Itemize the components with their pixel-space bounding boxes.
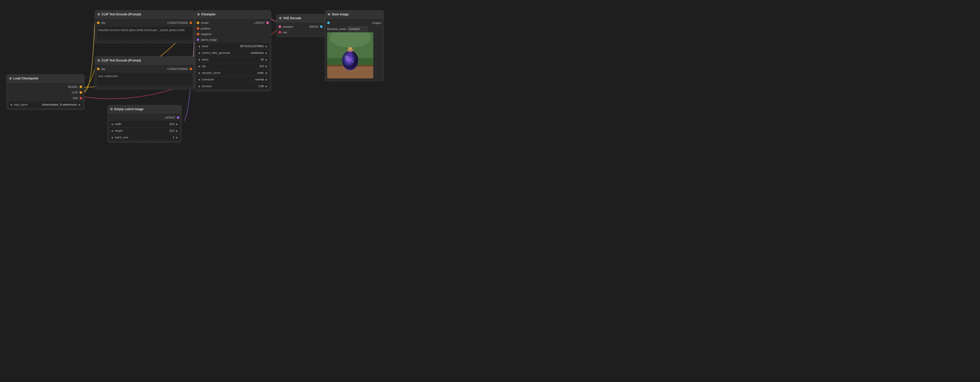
param-denoise-row[interactable]: ◀ denoise 1.00 ▶	[196, 83, 269, 89]
param-seed-arrow-right[interactable]: ▶	[265, 45, 268, 48]
param-width-row[interactable]: ◀ width 512 ▶	[109, 121, 180, 127]
param-ckpt-arrow-right[interactable]: ▶	[78, 103, 81, 106]
output-model-row: MODEL	[6, 84, 84, 90]
ksampler-negative-port[interactable]	[197, 33, 199, 35]
param-seed-row[interactable]: ◀ seed 807415121979962 ▶	[196, 43, 269, 49]
node-dot-save-image	[328, 13, 330, 16]
param-cfg-arrow-right[interactable]: ▶	[265, 65, 268, 68]
param-ckpt-arrow-left[interactable]: ◀	[9, 103, 13, 106]
ksampler-model-port[interactable]	[197, 22, 199, 24]
output-vae-port[interactable]	[80, 97, 82, 99]
param-batch-arrow-left[interactable]: ◀	[110, 136, 114, 139]
output-model-port[interactable]	[80, 86, 82, 88]
node-clip-pos-body: clip CONDITIONING beautiful scenery natu…	[95, 18, 194, 43]
vae-decode-samples-label: samples	[283, 25, 293, 28]
save-image-images-row: images	[325, 20, 383, 26]
param-steps-arrow-right[interactable]: ▶	[265, 58, 268, 61]
output-model-label: MODEL	[68, 85, 78, 88]
ksampler-latent-out-port[interactable]	[266, 22, 269, 24]
output-conditioning-neg-port[interactable]	[189, 68, 192, 70]
param-steps-label: steps	[201, 58, 259, 61]
output-clip-row: CLIP	[6, 90, 84, 95]
input-clip-pos-port[interactable]	[97, 22, 100, 24]
svg-point-19	[348, 47, 352, 49]
output-vae-label: VAE	[73, 97, 78, 100]
param-control-value: randomize	[250, 51, 265, 54]
output-conditioning-pos-port[interactable]	[189, 22, 192, 24]
svg-point-12	[350, 63, 351, 63]
param-denoise-arrow-right[interactable]: ▶	[265, 85, 268, 88]
param-batch-arrow-right[interactable]: ▶	[175, 136, 179, 139]
param-width-arrow-left[interactable]: ◀	[110, 123, 114, 126]
filename-label: filename_prefix	[327, 27, 346, 30]
output-conditioning-neg-label: CONDITIONING	[167, 67, 188, 70]
input-clip-neg-row: clip CONDITIONING	[95, 66, 194, 72]
ksampler-negative-row: negative	[195, 31, 271, 37]
param-sampler-arrow-right[interactable]: ▶	[265, 72, 268, 74]
param-cfg-arrow-left[interactable]: ◀	[197, 65, 201, 68]
vae-decode-samples-port[interactable]	[278, 26, 281, 28]
ksampler-latent-image-label: latent_image	[201, 38, 217, 41]
output-latent-label: LATENT	[165, 116, 175, 119]
vae-decode-vae-label: vae	[283, 31, 287, 34]
param-ckpt-row[interactable]: ◀ ckpt_name dreamshaper_8.safetensors ▶	[8, 101, 83, 108]
svg-point-10	[353, 61, 353, 62]
output-vae-row: VAE	[6, 95, 84, 101]
param-seed-arrow-left[interactable]: ◀	[197, 45, 201, 48]
node-empty-latent-image: Empty Latent Image LATENT ◀ width 512 ▶ …	[107, 105, 181, 143]
param-width-arrow-right[interactable]: ▶	[175, 123, 179, 126]
vae-decode-vae-port[interactable]	[278, 31, 281, 34]
node-ksampler-header: KSampler	[195, 11, 271, 18]
param-scheduler-arrow-right[interactable]: ▶	[265, 78, 268, 81]
output-clip-label: CLIP	[72, 91, 78, 94]
param-steps-arrow-left[interactable]: ◀	[197, 58, 201, 61]
input-clip-pos-label: clip	[101, 21, 105, 24]
node-ksampler: KSampler model LATENT positive negative …	[194, 10, 271, 91]
param-control-row[interactable]: ◀ control_after_generate randomize ▶	[196, 50, 269, 56]
node-load-checkpoint: Load Checkpoint MODEL CLIP VAE ◀ ckpt_na…	[6, 74, 84, 110]
node-clip-neg-header: CLIP Text Encode (Prompt)	[95, 57, 194, 65]
filename-input[interactable]	[347, 27, 368, 31]
clip-neg-text[interactable]: text, watermark	[97, 73, 192, 86]
save-image-images-port[interactable]	[327, 22, 330, 24]
param-sampler-value: euler	[256, 71, 265, 74]
param-height-row[interactable]: ◀ height 512 ▶	[109, 128, 180, 134]
node-clip-neg-title: CLIP Text Encode (Prompt)	[102, 59, 141, 62]
input-clip-neg-port[interactable]	[97, 68, 100, 70]
param-sampler-arrow-left[interactable]: ◀	[197, 72, 201, 74]
param-steps-row[interactable]: ◀ steps 20 ▶	[196, 56, 269, 62]
clip-pos-text[interactable]: beautiful scenery nature glass bottle la…	[97, 27, 192, 40]
param-control-arrow-right[interactable]: ▶	[265, 51, 268, 54]
ksampler-model-label: model	[201, 21, 208, 24]
vae-decode-image-out-port[interactable]	[320, 26, 323, 28]
output-latent-port[interactable]	[177, 116, 179, 119]
param-control-label: control_after_generate	[201, 51, 250, 54]
vae-decode-samples-row: samples IMAGE	[277, 24, 325, 29]
param-denoise-arrow-left[interactable]: ◀	[197, 85, 201, 88]
param-cfg-row[interactable]: ◀ cfg 8.0 ▶	[196, 63, 269, 69]
node-dot-clip-neg	[97, 59, 100, 62]
save-image-images-label: images	[372, 21, 382, 24]
node-empty-latent-header: Empty Latent Image	[108, 105, 181, 113]
param-scheduler-row[interactable]: ◀ scheduler normal ▶	[196, 76, 269, 83]
node-dot-clip-pos	[97, 13, 100, 16]
ksampler-latent-out-label: LATENT	[254, 21, 265, 24]
ksampler-positive-port[interactable]	[197, 27, 199, 30]
ksampler-latent-image-port[interactable]	[197, 38, 199, 41]
param-height-arrow-right[interactable]: ▶	[175, 129, 179, 132]
output-clip-port[interactable]	[80, 91, 82, 94]
param-sampler-row[interactable]: ◀ sampler_name euler ▶	[196, 70, 269, 76]
node-ksampler-title: KSampler	[201, 13, 216, 16]
node-ksampler-body: model LATENT positive negative latent_im…	[195, 18, 271, 91]
param-ckpt-label: ckpt_name	[13, 103, 41, 106]
node-clip-pos-header: CLIP Text Encode (Prompt)	[95, 11, 194, 18]
param-control-arrow-left[interactable]: ◀	[197, 51, 201, 54]
param-height-arrow-left[interactable]: ◀	[110, 129, 114, 132]
preview-svg	[327, 32, 373, 78]
node-canvas[interactable]: Load Checkpoint MODEL CLIP VAE ◀ ckpt_na…	[0, 0, 980, 382]
param-seed-label: seed	[201, 45, 239, 48]
param-scheduler-arrow-left[interactable]: ◀	[197, 78, 201, 81]
node-vae-decode: VAE Decode samples IMAGE vae	[276, 14, 325, 37]
param-batch-row[interactable]: ◀ batch_size 1 ▶	[109, 134, 180, 141]
node-vae-decode-header: VAE Decode	[277, 14, 325, 22]
